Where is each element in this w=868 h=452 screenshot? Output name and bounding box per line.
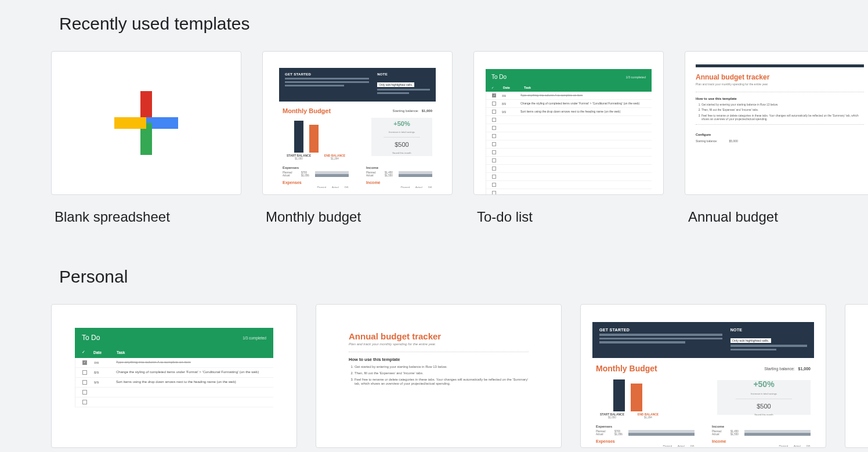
plus-icon (114, 91, 178, 155)
template-card-todo[interactable]: To Do 1/3 completed ✓ Date Task 7/9 Type… (473, 51, 664, 225)
template-thumb-monthly: GET STARTED NOTE Only edit highlighted c… (262, 51, 453, 195)
template-card-annual[interactable]: Annual budget tracker Plan and track you… (685, 51, 868, 225)
template-card-personal-next[interactable] (845, 304, 868, 448)
section-title-personal: Personal (0, 267, 868, 304)
template-thumb-annual: Annual budget tracker Plan and track you… (685, 51, 868, 195)
personal-templates-row: To Do 1/3 completed ✓ Date Task 7/9 Type… (0, 304, 868, 448)
template-card-personal-monthly[interactable]: GET STARTED NOTE Only edit highlighted c… (580, 304, 826, 448)
template-label-annual: Annual budget (685, 195, 868, 225)
recent-templates-row: Blank spreadsheet GET STARTED NOTE Only … (0, 51, 868, 225)
template-thumb-todo: To Do 1/3 completed ✓ Date Task 7/9 Type… (473, 51, 664, 195)
template-card-personal-todo[interactable]: To Do 1/3 completed ✓ Date Task 7/9 Type… (51, 304, 297, 448)
template-card-monthly[interactable]: GET STARTED NOTE Only edit highlighted c… (262, 51, 453, 225)
template-thumb-personal-next (845, 304, 868, 448)
template-label-todo: To-do list (473, 195, 664, 225)
template-thumb-personal-annual: Annual budget tracker Plan and track you… (316, 304, 562, 448)
template-thumb-personal-monthly: GET STARTED NOTE Only edit highlighted c… (580, 304, 826, 448)
template-card-blank[interactable]: Blank spreadsheet (51, 51, 241, 225)
template-label-monthly: Monthly budget (262, 195, 453, 225)
template-thumb-blank (51, 51, 241, 195)
template-card-personal-annual[interactable]: Annual budget tracker Plan and track you… (316, 304, 562, 448)
template-label-blank: Blank spreadsheet (51, 195, 241, 225)
template-thumb-personal-todo: To Do 1/3 completed ✓ Date Task 7/9 Type… (51, 304, 297, 448)
section-title-recent: Recently used templates (0, 14, 868, 51)
